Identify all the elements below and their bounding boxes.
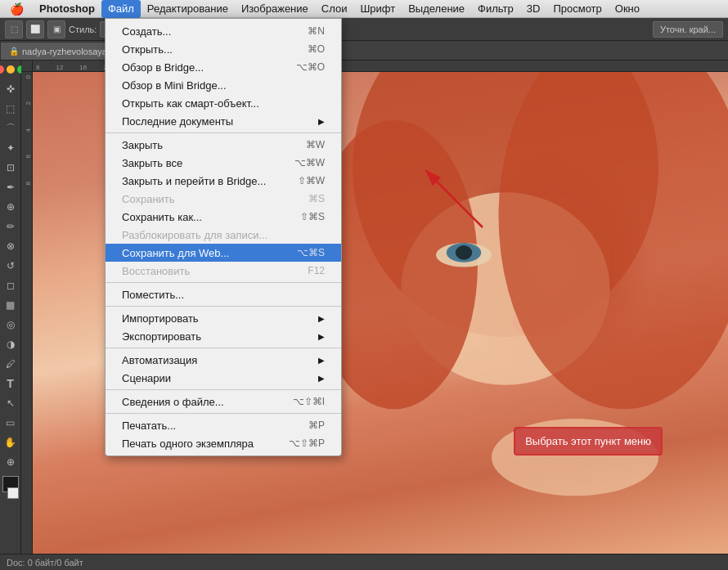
clone-tool[interactable]: ⊗ [2,237,20,255]
background-color[interactable] [7,487,19,499]
menu-item-close-bridge[interactable]: Закрыть и перейти в Bridge... ⇧⌘W [106,172,341,190]
separator-2 [106,282,341,283]
menu-item-save-for-web[interactable]: Сохранить для Web... ⌥⌘S [106,244,341,262]
text-tool[interactable]: T [2,375,20,393]
menu-item-unlock: Разблокировать для записи... [106,226,341,244]
selection-tool-btn[interactable]: ⬚ [5,20,23,38]
history-tool[interactable]: ↺ [2,257,20,275]
ruler-vertical: 0 2 4 6 8 [21,72,33,554]
menu-item-new[interactable]: Создать... ⌘N [106,22,341,40]
callout-box: Выбрать этот пункт меню [514,427,663,456]
separator-3 [106,306,341,307]
menu-item-open[interactable]: Открыть... ⌘O [106,40,341,58]
magic-wand-tool[interactable]: ✦ [2,139,20,157]
menu-bar: 🍎 Photoshop Файл Редактирование Изображе… [0,0,728,18]
menu-item-bridge[interactable]: Обзор в Bridge... ⌥⌘O [106,58,341,76]
ruler-corner [21,61,33,72]
svg-line-10 [425,170,483,227]
pen-tool[interactable]: 🖊 [2,355,20,373]
filter-menu-item[interactable]: Фильтр [471,0,520,18]
svg-point-5 [456,245,472,260]
move-tool[interactable]: ✜ [2,80,20,98]
menu-item-close-all[interactable]: Закрыть все ⌥⌘W [106,154,341,172]
separator-6 [106,413,341,414]
menu-item-import[interactable]: Импортировать ▶ [106,309,341,327]
separator-5 [106,389,341,390]
status-bar: Doc: 0 байт/0 байт [0,554,728,570]
callout-text: Выбрать этот пункт меню [525,435,651,447]
window-menu-item[interactable]: Окно [609,0,646,18]
menu-item-print-one[interactable]: Печать одного экземпляра ⌥⇧⌘P [106,434,341,452]
minimize-window-btn[interactable] [7,65,15,74]
crop-tool[interactable]: ⊡ [2,159,20,177]
brush-tool[interactable]: ✏ [2,218,20,236]
status-text: Doc: 0 байт/0 байт [7,558,83,568]
file-dropdown-menu: Создать... ⌘N Открыть... ⌘O Обзор в Brid… [105,18,342,456]
menu-item-file-info[interactable]: Сведения о файле... ⌥⇧⌘I [106,393,341,411]
marquee-tool[interactable]: ⬚ [2,100,20,118]
shape-tool[interactable]: ▭ [2,414,20,432]
document-tab-icon: 🔒 [9,47,19,56]
style-label: Стиль: [69,25,97,34]
blur-tool[interactable]: ◎ [2,316,20,334]
gradient-tool[interactable]: ▦ [2,296,20,314]
image-menu-item[interactable]: Изображение [235,0,315,18]
hand-tool[interactable]: ✋ [2,433,20,451]
menu-item-revert: Восстановить F12 [106,262,341,280]
menu-item-automate[interactable]: Автоматизация ▶ [106,351,341,369]
menu-item-mini-bridge[interactable]: Обзор в Mini Bridge... [106,76,341,94]
view-menu-item[interactable]: Просмотр [546,0,608,18]
menu-item-close[interactable]: Закрыть ⌘W [106,136,341,154]
edit-menu-item[interactable]: Редактирование [141,0,235,18]
menu-item-save: Сохранить ⌘S [106,190,341,208]
path-select-tool[interactable]: ↖ [2,394,20,412]
close-window-btn[interactable] [0,65,4,74]
selection-btn3[interactable]: ▣ [47,20,65,38]
dodge-tool[interactable]: ◑ [2,335,20,353]
menu-item-place[interactable]: Поместить... [106,285,341,303]
zoom-tool[interactable]: ⊕ [2,453,20,471]
callout-arrow [409,154,515,236]
eyedropper-tool[interactable]: ✒ [2,178,20,196]
separator-1 [106,132,341,133]
layers-menu-item[interactable]: Слои [315,0,354,18]
refine-edge-button[interactable]: Уточн. край... [653,21,723,38]
menu-item-print[interactable]: Печатать... ⌘P [106,416,341,434]
selection-btn2[interactable]: ⬜ [26,20,44,38]
font-menu-item[interactable]: Шрифт [353,0,402,18]
tools-panel: ✜ ⬚ ⌒ ✦ ⊡ ✒ ⊕ ✏ ⊗ ↺ ◻ ▦ ◎ ◑ 🖊 T ↖ ▭ ✋ ⊕ [0,61,21,554]
menu-item-smart-object[interactable]: Открыть как смарт-объект... [106,94,341,112]
3d-menu-item[interactable]: 3D [520,0,547,18]
menu-item-export[interactable]: Экспортировать ▶ [106,327,341,345]
healing-tool[interactable]: ⊕ [2,198,20,216]
menu-item-scripts[interactable]: Сценарии ▶ [106,369,341,387]
lasso-tool[interactable]: ⌒ [2,119,20,137]
select-menu-item[interactable]: Выделение [402,0,471,18]
menu-item-recent[interactable]: Последние документы ▶ [106,112,341,130]
apple-menu[interactable]: 🍎 [0,2,33,16]
menu-item-save-as[interactable]: Сохранить как... ⇧⌘S [106,208,341,226]
eraser-tool[interactable]: ◻ [2,276,20,294]
separator-4 [106,348,341,348]
file-menu-item[interactable]: Файл [101,0,141,18]
app-name[interactable]: Photoshop [33,0,101,18]
